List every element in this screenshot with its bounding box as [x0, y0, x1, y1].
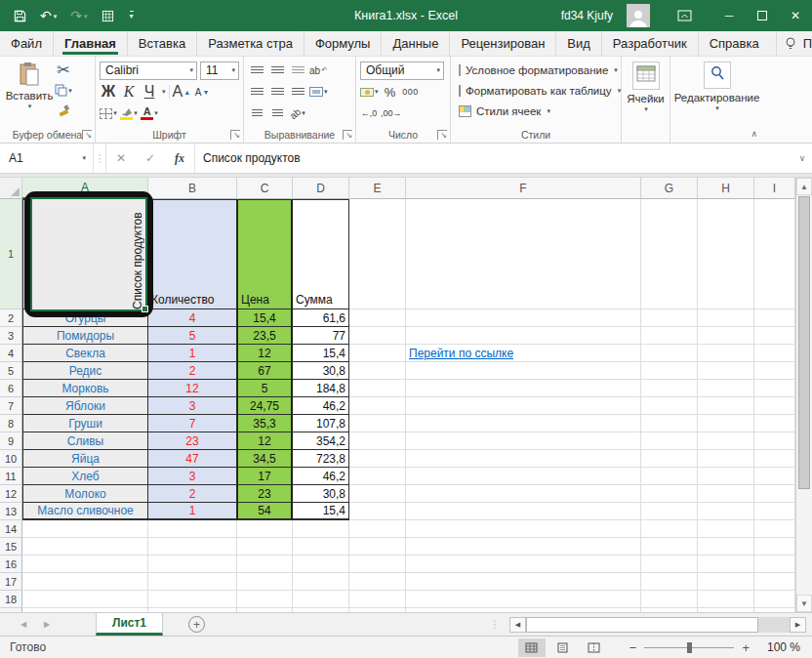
row-header-16[interactable]: 16 — [0, 555, 22, 573]
vertical-scrollbar-thumb[interactable] — [798, 196, 810, 489]
cell-H11[interactable] — [698, 468, 754, 485]
borders-button[interactable]: ▾ — [100, 104, 117, 123]
orientation-button[interactable]: ab▾ — [289, 104, 306, 123]
font-name-select[interactable]: Calibri▾ — [100, 62, 197, 80]
cell-D12[interactable]: 30,8 — [293, 485, 349, 503]
cell-B10[interactable]: 47 — [148, 450, 237, 468]
underline-dropdown-icon[interactable]: ▾ — [162, 88, 166, 96]
cell-C2[interactable]: 15,4 — [237, 309, 293, 327]
cell-G17[interactable] — [641, 573, 698, 591]
cell-G10[interactable] — [641, 450, 698, 468]
underline-button[interactable]: Ч — [141, 83, 158, 102]
cell-C10[interactable]: 34,5 — [237, 450, 293, 468]
cell-H9[interactable] — [698, 432, 754, 450]
cell-G2[interactable] — [641, 309, 698, 327]
user-name[interactable]: fd34 Kjufy — [561, 9, 613, 22]
font-size-select[interactable]: 11▾ — [200, 62, 239, 80]
cell-A13[interactable]: Масло сливочное — [22, 503, 148, 520]
cell-G6[interactable] — [641, 380, 698, 397]
cell-E10[interactable] — [349, 450, 406, 468]
cell-G1[interactable] — [641, 199, 698, 309]
format-painter-icon[interactable] — [55, 102, 72, 120]
cell-F1[interactable] — [406, 199, 641, 309]
cell-A16[interactable] — [22, 555, 148, 573]
cell-D17[interactable] — [293, 573, 349, 591]
cell-F11[interactable] — [406, 468, 641, 485]
cell-G3[interactable] — [641, 327, 698, 345]
tab-developer[interactable]: Разработчик — [601, 31, 698, 56]
collapse-ribbon-icon[interactable]: ∧ — [751, 129, 757, 139]
cell-G15[interactable] — [641, 538, 698, 555]
select-all-button[interactable] — [0, 178, 22, 199]
cell-F4[interactable]: Перейти по ссылке — [406, 345, 641, 362]
cell-G4[interactable] — [641, 345, 698, 362]
row-header-3[interactable]: 3 — [0, 327, 22, 345]
cell-E3[interactable] — [349, 327, 406, 345]
confirm-entry-icon[interactable]: ✓ — [136, 144, 165, 173]
row-header-9[interactable]: 9 — [0, 432, 22, 450]
copy-icon[interactable]: ▾ — [55, 81, 72, 100]
customize-qat-icon[interactable]: ▾ — [128, 11, 134, 21]
font-dialog-launcher-icon[interactable]: ↘ — [230, 130, 240, 140]
cell-E15[interactable] — [349, 538, 406, 555]
clipboard-dialog-launcher-icon[interactable]: ↘ — [82, 130, 92, 140]
cell-C11[interactable]: 17 — [237, 468, 293, 485]
cell-F10[interactable] — [406, 450, 641, 468]
cell-C6[interactable]: 5 — [237, 380, 293, 397]
cell-D15[interactable] — [293, 538, 349, 555]
vertical-scrollbar[interactable]: ▲ ▼ — [795, 178, 812, 612]
cell-F14[interactable] — [406, 520, 641, 538]
cell-E17[interactable] — [349, 573, 406, 591]
cell-H7[interactable] — [698, 397, 754, 415]
cell-I1[interactable] — [754, 199, 795, 309]
cell-F3[interactable] — [406, 327, 641, 345]
cell-F5[interactable] — [406, 362, 641, 380]
cell-I5[interactable] — [754, 362, 795, 380]
column-header-C[interactable]: C — [237, 178, 293, 199]
cell-H5[interactable] — [698, 362, 754, 380]
cell-A11[interactable]: Хлеб — [22, 468, 148, 485]
cell-D13[interactable]: 15,4 — [293, 503, 349, 520]
bold-button[interactable]: Ж — [100, 83, 117, 102]
undo-button[interactable]: ↶▾ — [40, 9, 57, 22]
zoom-level[interactable]: 100 % — [761, 640, 800, 654]
hyperlink[interactable]: Перейти по ссылке — [409, 347, 513, 360]
cell-B7[interactable]: 3 — [148, 397, 237, 415]
paste-dropdown-icon[interactable]: ▾ — [28, 103, 32, 110]
cell-A8[interactable]: Груши — [22, 415, 148, 432]
scroll-right-icon[interactable]: ▶ — [790, 617, 806, 633]
cell-H8[interactable] — [698, 415, 754, 432]
cell-I2[interactable] — [754, 309, 795, 327]
cell-B4[interactable]: 1 — [148, 345, 237, 362]
zoom-out-icon[interactable]: − — [629, 640, 637, 655]
alignment-dialog-launcher-icon[interactable]: ↘ — [343, 130, 352, 140]
cell-A10[interactable]: Яйца — [22, 450, 148, 468]
cell-I18[interactable] — [754, 591, 795, 608]
cell-D6[interactable]: 184,8 — [293, 380, 349, 397]
cell-G8[interactable] — [641, 415, 698, 432]
cell-B11[interactable]: 3 — [148, 468, 237, 485]
undo-dropdown-icon[interactable]: ▾ — [54, 13, 58, 20]
cell-C3[interactable]: 23,5 — [237, 327, 293, 345]
cell-D9[interactable]: 354,2 — [293, 432, 349, 450]
cell-D16[interactable] — [293, 555, 349, 573]
cell-B12[interactable]: 2 — [148, 485, 237, 503]
row-header-10[interactable]: 10 — [0, 450, 22, 468]
cell-D10[interactable]: 723,8 — [293, 450, 349, 468]
row-header-15[interactable]: 15 — [0, 538, 22, 555]
row-header-14[interactable]: 14 — [0, 520, 22, 538]
align-left-icon[interactable] — [248, 83, 265, 102]
cell-E4[interactable] — [349, 345, 406, 362]
maximize-button[interactable] — [746, 0, 779, 31]
cell-A7[interactable]: Яблоки — [22, 397, 148, 415]
cell-E9[interactable] — [349, 432, 406, 450]
tab-view[interactable]: Вид — [555, 31, 601, 56]
cell-A12[interactable]: Молоко — [22, 485, 148, 503]
grow-font-button[interactable]: А▲ — [173, 83, 191, 102]
cell-E16[interactable] — [349, 555, 406, 573]
row-header-12[interactable]: 12 — [0, 485, 22, 503]
cell-D4[interactable]: 15,4 — [293, 345, 349, 362]
tab-review[interactable]: Рецензирован — [449, 31, 555, 56]
cell-B13[interactable]: 1 — [148, 503, 237, 520]
tab-help[interactable]: Справка — [698, 31, 770, 56]
